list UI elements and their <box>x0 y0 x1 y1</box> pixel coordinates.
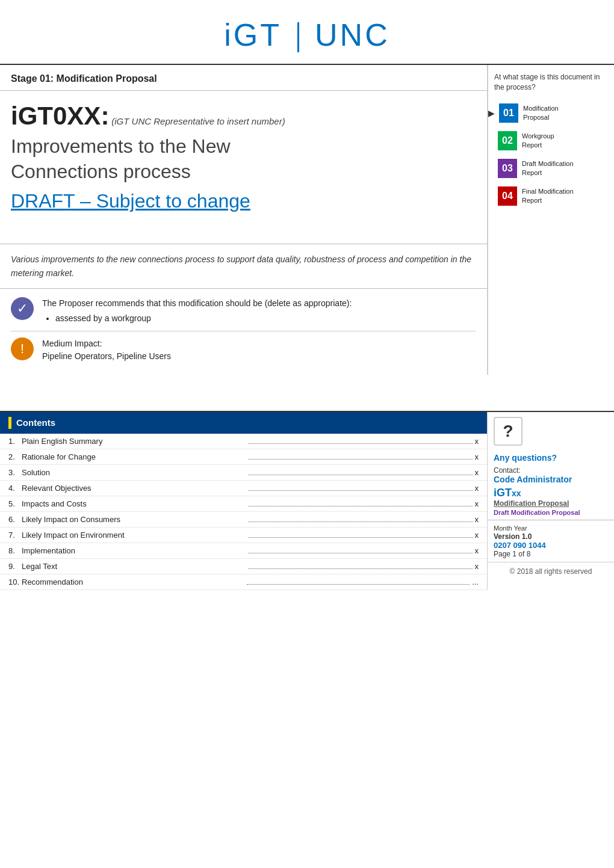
stage-item-04: 04 Final ModificationReport <box>488 184 614 208</box>
any-questions-label: Any questions? <box>488 451 614 465</box>
title-block: iGT0XX: (iGT UNC Representative to inser… <box>0 91 487 212</box>
info-panel: ? Any questions? Contact: Code Administr… <box>488 412 614 590</box>
toc-item-9: 9. Legal Text x <box>0 559 487 574</box>
code-admin: Code Administrator <box>488 475 614 484</box>
igt-brand: iGT <box>494 487 512 499</box>
left-panel: Stage 01: Modification Proposal iGT0XX: … <box>0 65 488 375</box>
stage-label-02: WorkgroupReport <box>522 132 554 149</box>
stage-num-03: 03 <box>498 159 517 178</box>
igt-logo-small: iGTxx <box>488 484 614 499</box>
warn-icon: ! <box>11 337 34 360</box>
stage-num-04: 04 <box>498 186 517 206</box>
description-block: Various improvements to the new connecti… <box>0 244 487 289</box>
logo-unc: UNC <box>315 17 390 52</box>
page-header: iGT UNC <box>0 0 614 64</box>
stage-item-03: 03 Draft ModificationReport <box>488 156 614 180</box>
toc-item-4: 4. Relevant Objectives x <box>0 481 487 496</box>
toc-item-10: 10. Recommendation ... <box>0 574 487 590</box>
footer-version: Version 1.0 <box>494 532 608 541</box>
check-icon: ✓ <box>11 297 34 320</box>
stage-question: At what stage is this document in the pr… <box>488 72 614 101</box>
document-id: iGT0XX: (iGT UNC Representative to inser… <box>11 102 476 131</box>
contents-header-bar <box>8 417 11 429</box>
contents-header: Contents <box>0 412 487 434</box>
toc-item-7: 7. Likely Impact on Environment x <box>0 528 487 543</box>
question-icon-box: ? <box>494 417 523 446</box>
toc-item-2: 2. Rationale for Change x <box>0 449 487 465</box>
toc-item-8: 8. Implementation x <box>0 543 487 559</box>
stage-num-01: 01 <box>499 103 518 123</box>
draft-label: DRAFT – Subject to change <box>11 190 476 212</box>
doc-subtitle: Improvements to the NewConnections proce… <box>11 134 476 184</box>
toc-item-1: 1. Plain English Summary x <box>0 434 487 449</box>
warn-text: Medium Impact:Pipeline Operators, Pipeli… <box>42 337 476 363</box>
toc-list: 1. Plain English Summary x 2. Rationale … <box>0 434 487 590</box>
toc-item-5: 5. Impacts and Costs x <box>0 496 487 512</box>
stage-item-01: ▶ 01 ModificationProposal <box>488 101 614 125</box>
spacer <box>0 375 614 411</box>
recommendation-block: ✓ The Proposer recommends that this modi… <box>0 289 487 369</box>
footer-month: Month Year <box>494 524 608 532</box>
right-panel: At what stage is this document in the pr… <box>488 65 614 375</box>
stage-arrow-01: ▶ <box>488 108 498 118</box>
toc-item-3: 3. Solution x <box>0 465 487 481</box>
stage-bar: Stage 01: Modification Proposal <box>0 65 487 91</box>
stage-label-03: Draft ModificationReport <box>522 159 574 177</box>
check-text: The Proposer recommends that this modifi… <box>42 297 476 325</box>
stage-label-04: Final ModificationReport <box>522 187 574 205</box>
logo: iGT UNC <box>224 17 389 52</box>
warn-row: ! Medium Impact:Pipeline Operators, Pipe… <box>11 337 476 369</box>
contents-title: Contents <box>16 417 55 428</box>
stage-item-02: 02 WorkgroupReport <box>488 129 614 153</box>
doc-id-text: iGT0XX: <box>11 102 109 130</box>
main-container: Stage 01: Modification Proposal iGT0XX: … <box>0 64 614 375</box>
igt-xx: xx <box>512 488 521 498</box>
stage-label-01: ModificationProposal <box>523 104 559 122</box>
contents-panel: Contents 1. Plain English Summary x 2. R… <box>0 412 488 590</box>
check-text-main: The Proposer recommends that this modifi… <box>42 298 352 308</box>
doc-id-note: (iGT UNC Representative to insert number… <box>111 116 285 126</box>
check-row: ✓ The Proposer recommends that this modi… <box>11 297 476 331</box>
stage-items: ▶ 01 ModificationProposal 02 WorkgroupRe… <box>488 101 614 212</box>
check-item-1: assessed by a workgroup <box>55 312 476 325</box>
copyright: © 2018 all rights reserved <box>488 562 614 580</box>
bottom-container: Contents 1. Plain English Summary x 2. R… <box>0 411 614 590</box>
stage-num-02: 02 <box>498 131 517 150</box>
footer-phone: 0207 090 1044 <box>494 541 608 550</box>
toc-item-6: 6. Likely Impact on Consumers x <box>0 512 487 528</box>
logo-igt: iGT <box>224 17 281 52</box>
stage-bar-title: Stage 01: Modification Proposal <box>11 73 157 84</box>
contact-label: Contact: <box>488 465 614 475</box>
footer-page: Page 1 of 8 <box>494 550 608 558</box>
footer-info: Month Year Version 1.0 0207 090 1044 Pag… <box>488 520 614 562</box>
description-text: Various improvements to the new connecti… <box>11 254 471 277</box>
mod-proposal-label: Modification Proposal <box>488 499 614 508</box>
draft-modification-label: Draft Modification Proposal <box>488 508 614 517</box>
